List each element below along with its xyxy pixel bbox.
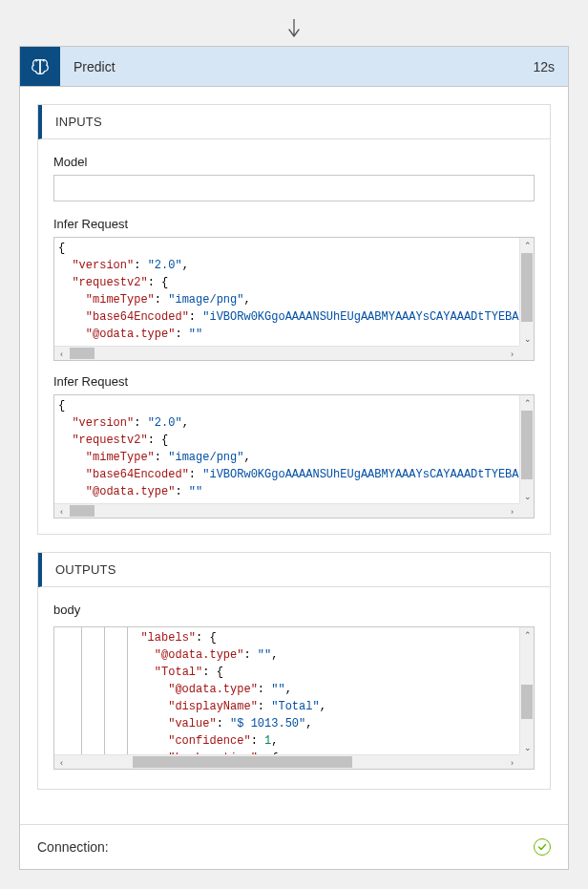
fold-guide bbox=[104, 627, 105, 754]
output-body-box[interactable]: "labels": { "@odata.type": "", "Total": … bbox=[53, 626, 535, 770]
scroll-thumb[interactable] bbox=[521, 253, 533, 322]
arrow-down-icon bbox=[287, 19, 301, 38]
connection-ok-icon bbox=[534, 838, 551, 856]
connection-label: Connection: bbox=[37, 839, 109, 855]
scrollbar-horizontal[interactable]: ‹ › bbox=[54, 503, 519, 518]
scroll-corner bbox=[519, 503, 534, 518]
action-card: Predict 12s INPUTS Model Infer Request {… bbox=[19, 46, 569, 870]
scroll-right-icon[interactable]: › bbox=[505, 504, 519, 519]
scroll-right-icon[interactable]: › bbox=[505, 347, 519, 361]
predict-brain-icon bbox=[20, 47, 60, 86]
scroll-left-icon[interactable]: ‹ bbox=[54, 347, 69, 361]
infer-request-1-json: { "version": "2.0", "requestv2": { "mime… bbox=[54, 238, 534, 361]
card-duration: 12s bbox=[519, 47, 568, 86]
scroll-corner bbox=[519, 346, 534, 360]
scroll-thumb[interactable] bbox=[521, 411, 533, 479]
scrollbar-vertical[interactable]: ⌃ ⌄ bbox=[519, 395, 534, 503]
card-title: Predict bbox=[60, 47, 519, 86]
scroll-left-icon[interactable]: ‹ bbox=[54, 504, 69, 519]
infer-request-2-label: Infer Request bbox=[53, 374, 535, 389]
body-label: body bbox=[53, 603, 535, 617]
fold-guide bbox=[127, 627, 128, 754]
model-label: Model bbox=[53, 155, 535, 169]
inputs-heading: INPUTS bbox=[38, 105, 550, 139]
model-input[interactable] bbox=[53, 175, 535, 201]
scroll-thumb[interactable] bbox=[521, 685, 533, 719]
scrollbar-vertical[interactable]: ⌃ ⌄ bbox=[519, 238, 534, 346]
card-header[interactable]: Predict 12s bbox=[20, 47, 568, 87]
scroll-left-icon[interactable]: ‹ bbox=[54, 755, 69, 770]
card-footer: Connection: bbox=[20, 824, 568, 869]
inputs-section: INPUTS Model Infer Request { "version": … bbox=[37, 104, 551, 535]
scroll-right-icon[interactable]: › bbox=[505, 755, 519, 770]
scroll-up-icon[interactable]: ⌃ bbox=[520, 238, 535, 252]
infer-request-1-box[interactable]: { "version": "2.0", "requestv2": { "mime… bbox=[53, 237, 535, 361]
flow-arrow-down bbox=[19, 19, 569, 38]
scroll-down-icon[interactable]: ⌄ bbox=[520, 489, 535, 503]
infer-request-2-box[interactable]: { "version": "2.0", "requestv2": { "mime… bbox=[53, 394, 535, 519]
scroll-corner bbox=[519, 754, 534, 769]
fold-guide bbox=[81, 627, 82, 754]
scroll-up-icon[interactable]: ⌃ bbox=[520, 627, 535, 642]
scroll-thumb[interactable] bbox=[70, 505, 94, 517]
scrollbar-vertical[interactable]: ⌃ ⌄ bbox=[519, 627, 534, 754]
scroll-thumb[interactable] bbox=[133, 756, 352, 768]
infer-request-1-label: Infer Request bbox=[53, 217, 535, 231]
scrollbar-horizontal[interactable]: ‹ › bbox=[54, 346, 519, 360]
scroll-down-icon[interactable]: ⌄ bbox=[520, 740, 535, 754]
scrollbar-horizontal[interactable]: ‹ › bbox=[54, 754, 519, 769]
scroll-down-icon[interactable]: ⌄ bbox=[520, 331, 535, 346]
outputs-section: OUTPUTS body "labels": { "@odata.type": … bbox=[37, 552, 551, 790]
infer-request-2-json: { "version": "2.0", "requestv2": { "mime… bbox=[54, 395, 534, 519]
outputs-heading: OUTPUTS bbox=[38, 553, 550, 587]
scroll-up-icon[interactable]: ⌃ bbox=[520, 395, 535, 410]
scroll-thumb[interactable] bbox=[70, 348, 94, 359]
